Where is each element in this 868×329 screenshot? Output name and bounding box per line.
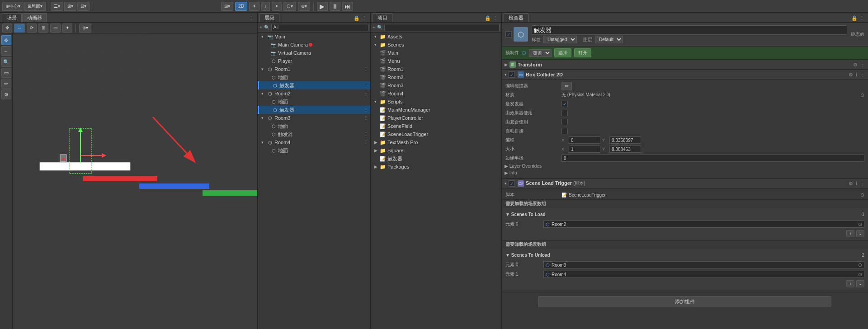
info-row[interactable]: ▶ Info	[502, 169, 868, 176]
pivot-btn[interactable]: ⊕▾	[79, 24, 91, 33]
hierarchy-item-main[interactable]: ▾ 📷 Main	[258, 33, 370, 41]
center-btn[interactable]: ⊕ 中心 ▾	[2, 2, 24, 11]
scene-tool-scale[interactable]: ⊞	[38, 24, 48, 33]
project-packages[interactable]: ▶ 📁 Packages	[371, 163, 501, 171]
tool-select[interactable]: ✥	[1, 35, 11, 45]
step-button[interactable]: ⏭	[342, 2, 353, 11]
play-button[interactable]: ▶	[317, 2, 328, 11]
project-tab[interactable]: 项目	[373, 13, 392, 22]
script-info-icon[interactable]: ℹ	[856, 181, 858, 187]
project-more[interactable]: ⋮	[493, 15, 500, 22]
animator-tab[interactable]: 动画器	[22, 13, 47, 22]
add-component-btn[interactable]: 添加组件	[538, 296, 831, 307]
inspector-lock[interactable]: 🔒	[851, 15, 859, 22]
project-scene-room2[interactable]: 🎬 Room2	[371, 73, 501, 81]
box-collider-settings[interactable]: ⚙ ℹ ⋮	[849, 72, 865, 78]
scene-tool-move[interactable]: ↔	[14, 24, 25, 33]
tool1[interactable]: ☰▾	[51, 2, 63, 11]
lighting-btn[interactable]: ☀	[249, 2, 259, 11]
hierarchy-item-main-camera[interactable]: 📷 Main Camera	[258, 41, 370, 49]
script-component-header[interactable]: ▾ C# Scene Load Trigger (脚本) ⚙ ℹ ⋮	[502, 179, 868, 188]
add-unload-element-btn[interactable]: +	[846, 280, 854, 287]
hierarchy-item-room3-trigger[interactable]: ⬡ 触发器 ⋮	[258, 130, 370, 138]
inspector-more[interactable]: ⋮	[859, 15, 866, 22]
edit-collider-btn[interactable]: ✏	[561, 82, 572, 90]
project-scripts-folder[interactable]: ▾ 📁 Scripts	[371, 98, 501, 106]
edge-radius-field[interactable]	[561, 155, 864, 162]
tool-zoom[interactable]: 🔍	[1, 57, 11, 67]
scene-panel-options[interactable]: ⋮	[249, 15, 255, 22]
scene-tool-hand[interactable]: ✥	[2, 24, 12, 33]
room2-trigger-options[interactable]: ⋮	[363, 107, 370, 113]
offset-y-field[interactable]	[609, 136, 641, 144]
room3-trigger-options[interactable]: ⋮	[363, 132, 370, 137]
unload-element0-target[interactable]: ⊙	[858, 262, 862, 268]
remove-unload-element-btn[interactable]: -	[856, 280, 864, 287]
layer-overrides-row[interactable]: ▶ Layer Overrides	[502, 163, 868, 169]
hierarchy-item-virtual-camera[interactable]: 📷 Virtual Camera	[258, 49, 370, 57]
script-target-icon[interactable]: ⊙	[860, 192, 864, 198]
element0-target[interactable]: ⊙	[858, 221, 862, 227]
project-scenes-folder[interactable]: ▾ 📁 Scenes	[371, 41, 501, 49]
project-script-mainmenu[interactable]: 📝 MainMenuManager	[371, 106, 501, 114]
prefab-select[interactable]: 覆盖	[529, 49, 552, 57]
gizmos-btn[interactable]: ⊕▾	[298, 2, 310, 11]
object-name-field[interactable]	[532, 25, 847, 35]
prefab-select-btn[interactable]: 选择	[554, 48, 571, 57]
project-square[interactable]: ▶ 📁 Square	[371, 146, 501, 155]
local-btn[interactable]: ⊞ 局部 ▾	[24, 2, 46, 11]
project-script-scenefield[interactable]: 📝 SceneField	[371, 122, 501, 130]
remove-load-element-btn[interactable]: -	[856, 230, 864, 237]
layer-dropdown[interactable]: Default	[595, 36, 623, 43]
box-collider-header[interactable]: ▾ ▭ Box Collider 2D ⚙ ℹ ⋮	[502, 70, 868, 80]
transform-more-icon[interactable]: ⋮	[860, 62, 865, 68]
pause-button[interactable]: ⏸	[330, 2, 340, 11]
offset-x-field[interactable]	[569, 136, 600, 144]
unload-element1-target[interactable]: ⊙	[858, 272, 862, 277]
transform-settings-icon[interactable]: ⚙	[853, 62, 858, 68]
is-trigger-checkbox[interactable]	[561, 101, 568, 107]
project-scene-menu[interactable]: 🎬 Menu	[371, 57, 501, 65]
tool-box[interactable]: ▭	[1, 68, 11, 78]
project-script-sceneloadtrigger[interactable]: 📝 SceneLoadTrigger	[371, 130, 501, 138]
transform-settings[interactable]: ⚙ ⋮	[853, 62, 865, 68]
hierarchy-tab[interactable]: 层级	[259, 13, 279, 22]
size-y-field[interactable]	[609, 146, 641, 153]
scene-tool-rect[interactable]: ▭	[50, 24, 61, 33]
room3-options[interactable]: ⋮	[363, 115, 370, 121]
box-collider-info-icon[interactable]: ℹ	[856, 72, 858, 78]
tool2[interactable]: ⊞▾	[64, 2, 76, 11]
box-collider-more-icon[interactable]: ⋮	[860, 72, 865, 78]
fx-btn[interactable]: ✦	[272, 2, 282, 11]
project-lock[interactable]: 🔒	[485, 15, 493, 22]
tag-dropdown[interactable]: Untagged	[543, 36, 577, 43]
hierarchy-item-room4-floor[interactable]: ⬡ 地面	[258, 146, 370, 155]
room2-options[interactable]: ⋮	[363, 91, 370, 97]
project-search-input[interactable]	[384, 24, 500, 31]
hierarchy-item-room1[interactable]: ▾ ⬡ Room1 ⋮	[258, 65, 370, 73]
project-trigger-script[interactable]: 📝 触发器	[371, 155, 501, 163]
scene-btn[interactable]: ⬡▾	[283, 2, 296, 11]
hierarchy-item-room2[interactable]: ▾ ⬡ Room2 ⋮	[258, 89, 370, 98]
tool-move[interactable]: ↔	[1, 46, 11, 56]
hierarchy-search-input[interactable]	[271, 24, 368, 31]
scene-tool-rotate[interactable]: ⟳	[27, 24, 37, 33]
project-textmesh-folder[interactable]: ▶ 📁 TextMesh Pro	[371, 138, 501, 146]
box-collider-active[interactable]	[509, 71, 515, 78]
hierarchy-item-room3[interactable]: ▾ ⬡ Room3 ⋮	[258, 114, 370, 122]
hierarchy-item-player[interactable]: ⬡ Player	[258, 57, 370, 65]
room1-options[interactable]: ⋮	[363, 66, 370, 72]
auto-tiling-checkbox[interactable]	[561, 128, 568, 134]
project-create-btn[interactable]: +	[373, 25, 375, 30]
room4-options[interactable]: ⋮	[363, 140, 370, 146]
scene-tab[interactable]: 场景	[2, 13, 22, 22]
project-scene-room4[interactable]: 🎬 Room4	[371, 89, 501, 98]
hierarchy-lock[interactable]: 🔒	[354, 15, 362, 22]
2d-btn[interactable]: 2D	[235, 2, 247, 11]
project-scene-main[interactable]: 🎬 Main	[371, 49, 501, 57]
hierarchy-item-room3-floor[interactable]: ⬡ 地面	[258, 122, 370, 130]
script-active[interactable]	[509, 180, 515, 187]
tool3[interactable]: ⊟▾	[77, 2, 90, 11]
hierarchy-item-room2-floor[interactable]: ⬡ 地面	[258, 98, 370, 106]
hierarchy-item-room4[interactable]: ▾ ⬡ Room4 ⋮	[258, 138, 370, 146]
